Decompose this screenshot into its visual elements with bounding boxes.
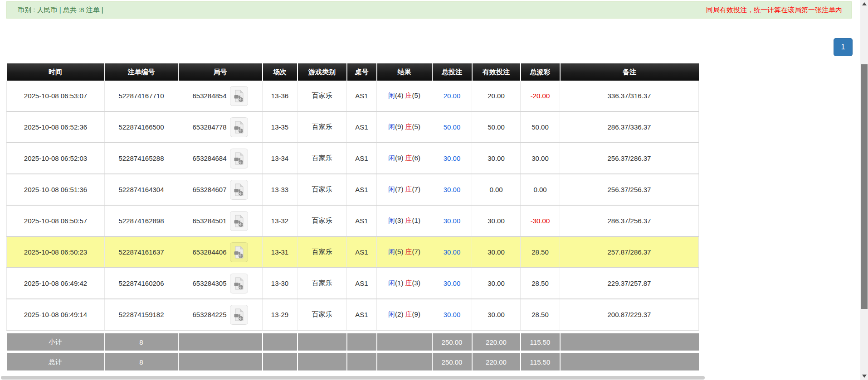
video-replay-button[interactable]	[230, 305, 248, 325]
player-result-score: (2)	[395, 310, 403, 318]
cell-remark: 200.87/229.37	[560, 299, 699, 330]
total-count: 8	[105, 353, 178, 370]
banker-result-label: 庄	[405, 216, 412, 224]
footer-spacer	[7, 330, 699, 333]
cell-payout: 28.50	[521, 236, 560, 268]
col-header-payout: 总派彩	[521, 63, 560, 81]
col-header-round: 局号	[178, 63, 263, 81]
col-header-game-type: 游戏类别	[297, 63, 347, 81]
video-replay-button[interactable]	[230, 242, 248, 262]
scroll-up-icon	[862, 2, 867, 5]
subtotal-total-bet: 250.00	[432, 333, 472, 351]
cell-session: 13-34	[263, 143, 297, 174]
cell-round: 653284225	[178, 299, 263, 330]
subtotal-count: 8	[105, 333, 178, 351]
round-id-text: 653284305	[192, 279, 226, 287]
cell-payout: 50.00	[521, 111, 560, 143]
cell-total-bet[interactable]: 30.00	[432, 143, 472, 174]
cell-result: 闲(7) 庄(7)	[377, 174, 432, 205]
video-replay-button[interactable]	[230, 86, 248, 106]
cell-round: 653284406	[178, 236, 263, 268]
round-id-text: 653284854	[192, 92, 226, 100]
video-file-icon	[234, 183, 244, 196]
table-row: 2025-10-08 06:51:36 522874164304 6532846…	[7, 174, 699, 205]
cell-valid-bet: 30.00	[472, 236, 521, 268]
total-valid-bet: 220.00	[472, 353, 521, 370]
vertical-scrollbar-thumb[interactable]	[861, 64, 868, 309]
cell-table-no: AS1	[347, 205, 377, 236]
video-replay-button[interactable]	[230, 117, 248, 137]
cell-remark: 257.87/286.37	[560, 236, 699, 268]
cell-game-type: 百家乐	[297, 111, 347, 143]
banker-result-score: (1)	[412, 216, 420, 224]
player-result-score: (9)	[395, 154, 403, 162]
page-root: 币别 : 人民币 | 总共 :8 注单 | 同局有效投注，统一计算在该局第一张注…	[0, 0, 868, 380]
scroll-up-button[interactable]	[860, 0, 868, 8]
cell-time: 2025-10-08 06:50:23	[7, 236, 105, 268]
banker-result-label: 庄	[405, 154, 412, 162]
cell-total-bet[interactable]: 20.00	[432, 81, 472, 111]
cell-remark: 286.37/256.37	[560, 205, 699, 236]
scroll-down-button[interactable]	[860, 372, 868, 380]
cell-payout: 30.00	[521, 143, 560, 174]
cell-total-bet[interactable]: 30.00	[432, 174, 472, 205]
horizontal-scrollbar-thumb[interactable]	[1, 376, 705, 380]
cell-result: 闲(9) 庄(5)	[377, 111, 432, 143]
round-id-text: 653284225	[192, 311, 226, 318]
cell-bet-id: 522874166500	[105, 111, 178, 143]
cell-remark: 256.37/286.37	[560, 143, 699, 174]
cell-table-no: AS1	[347, 174, 377, 205]
cell-valid-bet: 20.00	[472, 81, 521, 111]
cell-time: 2025-10-08 06:49:14	[7, 299, 105, 330]
video-replay-button[interactable]	[230, 180, 248, 200]
cell-bet-id: 522874162898	[105, 205, 178, 236]
cell-bet-id: 522874167710	[105, 81, 178, 111]
cell-total-bet[interactable]: 30.00	[432, 299, 472, 330]
cell-time: 2025-10-08 06:53:07	[7, 81, 105, 111]
cell-result: 闲(2) 庄(9)	[377, 299, 432, 330]
player-result-score: (5)	[395, 248, 403, 255]
cell-valid-bet: 50.00	[472, 111, 521, 143]
col-header-table-no: 桌号	[347, 63, 377, 81]
player-result-label: 闲	[388, 123, 395, 130]
cell-payout: 28.50	[521, 268, 560, 299]
player-result-score: (7)	[395, 185, 403, 193]
vertical-scrollbar[interactable]	[860, 0, 868, 380]
cell-total-bet[interactable]: 30.00	[432, 236, 472, 268]
cell-table-no: AS1	[347, 299, 377, 330]
video-file-icon	[234, 308, 244, 321]
col-header-time: 时间	[7, 63, 105, 81]
video-replay-button[interactable]	[230, 274, 248, 293]
cell-table-no: AS1	[347, 268, 377, 299]
cell-remark: 286.37/336.37	[560, 111, 699, 143]
table-row: 2025-10-08 06:50:23 522874161637 6532844…	[7, 236, 699, 268]
currency-summary-text: 币别 : 人民币 | 总共 :8 注单 |	[18, 6, 103, 14]
banker-result-label: 庄	[405, 123, 412, 130]
player-result-label: 闲	[388, 154, 395, 162]
cell-session: 13-30	[263, 268, 297, 299]
player-result-score: (1)	[395, 279, 403, 287]
subtotal-row: 小计 8 250.00 220.00 115.50	[7, 333, 699, 351]
banker-result-label: 庄	[405, 91, 412, 99]
cell-game-type: 百家乐	[297, 205, 347, 236]
video-replay-button[interactable]	[230, 211, 248, 231]
cell-total-bet[interactable]: 50.00	[432, 111, 472, 143]
cell-game-type: 百家乐	[297, 299, 347, 330]
table-row: 2025-10-08 06:49:14 522874159182 6532842…	[7, 299, 699, 330]
banker-result-label: 庄	[405, 279, 412, 287]
cell-game-type: 百家乐	[297, 236, 347, 268]
cell-valid-bet: 30.00	[472, 268, 521, 299]
cell-bet-id: 522874165288	[105, 143, 178, 174]
cell-time: 2025-10-08 06:51:36	[7, 174, 105, 205]
banker-result-score: (7)	[412, 248, 420, 255]
page-1-button[interactable]: 1	[834, 38, 853, 56]
player-result-label: 闲	[388, 248, 395, 255]
cell-session: 13-31	[263, 236, 297, 268]
cell-total-bet[interactable]: 30.00	[432, 268, 472, 299]
video-replay-button[interactable]	[230, 149, 248, 168]
cell-session: 13-29	[263, 299, 297, 330]
cell-round: 653284778	[178, 111, 263, 143]
cell-total-bet[interactable]: 30.00	[432, 205, 472, 236]
table-row: 2025-10-08 06:49:42 522874160206 6532843…	[7, 268, 699, 299]
total-payout: 115.50	[521, 353, 560, 370]
